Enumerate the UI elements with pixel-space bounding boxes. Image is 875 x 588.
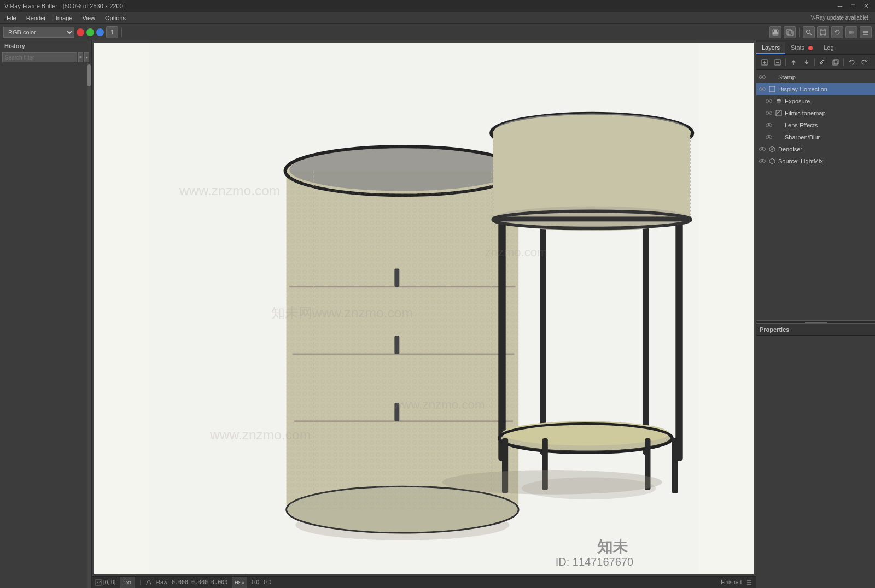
layer-display-correction[interactable]: Display Correction [756,83,875,95]
channel-select[interactable]: RGB color [3,27,74,38]
search-options-btn[interactable]: ▾ [84,52,89,62]
layers-panel-button[interactable] [860,26,872,38]
val2: 0.0 [264,579,271,585]
save-all-button[interactable] [784,26,796,38]
layer-vis-exposure[interactable] [765,97,773,105]
pixel-coords: [0, 0] [103,579,115,585]
svg-rect-49 [672,438,678,493]
minimize-button[interactable]: ─ [836,2,844,10]
color-correct-icon [848,29,855,36]
layer-exposure[interactable]: Exposure [763,95,875,107]
menu-bar: File Render Image View Options V-Ray upd… [0,12,875,24]
layer-source[interactable]: Source: LightMix [756,155,875,167]
duplicate-layer-btn[interactable] [830,57,842,68]
layer-sharpen[interactable]: Sharpen/Blur [763,131,875,143]
close-button[interactable]: ✕ [862,2,871,10]
tab-stats[interactable]: Stats [785,42,818,54]
save-button[interactable] [769,26,781,38]
denoiser-icon [769,146,775,152]
history-panel: History ≡ ▾ [0,40,92,588]
svg-rect-28 [394,336,399,354]
add-layer-btn[interactable] [759,57,771,68]
layer-name-display: Display Correction [778,86,873,92]
reset-button[interactable] [831,26,843,38]
save-all-icon [786,29,794,36]
tab-log[interactable]: Log [818,42,839,54]
eye-icon [759,75,766,79]
svg-line-73 [823,60,824,61]
layer-vis-lens[interactable] [765,121,773,129]
color-correct-button[interactable] [845,26,858,38]
menu-file[interactable]: File [2,14,21,22]
hsv-mode-btn[interactable]: HSV [232,577,247,589]
layer-icon-filmic [775,109,783,117]
menu-view[interactable]: View [78,14,100,22]
layer-denoiser[interactable]: Denoiser [756,143,875,155]
image-icon [95,579,102,586]
menu-render[interactable]: Render [22,14,50,22]
toolbar-right-group [769,26,872,38]
svg-rect-23 [287,171,519,510]
val1: 0.0 [252,579,259,585]
layer-name-lens: Lens Effects [785,122,873,128]
svg-line-80 [778,110,781,113]
layer-vis-sharpen[interactable] [765,133,773,141]
maximize-button[interactable]: □ [849,2,858,10]
blue-channel-indicator[interactable] [96,28,104,36]
pin-button[interactable] [106,26,118,38]
layer-vis-denoiser[interactable] [759,145,766,153]
add-layer-icon [761,59,768,66]
svg-text:www.znzmo.com: www.znzmo.com [179,183,280,198]
undo-btn[interactable] [845,57,858,68]
search-input[interactable] [2,52,77,62]
layer-vis-display[interactable] [759,85,766,93]
redo-btn[interactable] [859,57,871,68]
layer-vis-filmic[interactable] [765,109,773,117]
svg-rect-3 [774,30,777,32]
edit-layer-btn[interactable] [816,57,829,68]
layer-lens[interactable]: Lens Effects [763,119,875,131]
menu-image[interactable]: Image [51,14,77,22]
move-down-btn[interactable] [801,57,813,68]
red-channel-indicator[interactable] [77,28,84,36]
layer-vis-source[interactable] [759,157,766,165]
fit-button[interactable] [817,26,829,38]
tab-layers[interactable]: Layers [756,42,785,54]
filmic-icon [775,110,782,116]
layer-icon-lens [775,121,783,129]
search-submit-btn[interactable]: ≡ [78,52,83,62]
layer-vis-stamp[interactable] [759,73,766,81]
exposure-icon [775,98,782,104]
mode-1x1-btn[interactable]: 1x1 [120,577,135,589]
menu-options[interactable]: Options [101,14,130,22]
history-scrollbar[interactable] [87,63,91,588]
svg-marker-83 [769,158,775,164]
eye-icon [759,147,766,151]
layer-icon-display [768,85,776,93]
layer-name-exposure: Exposure [785,98,873,104]
layer-name-filmic: Filmic tonemap [785,110,873,116]
svg-text:知未网www.znzmo.com: 知未网www.znzmo.com [271,305,413,320]
svg-rect-6 [788,31,793,36]
green-channel-indicator[interactable] [86,28,94,36]
render-image: www.znzmo.com 知未网www.znzmo.com www.znzmo… [94,43,754,574]
move-up-btn[interactable] [788,57,800,68]
move-down-icon [804,59,809,66]
render-canvas[interactable]: www.znzmo.com 知未网www.znzmo.com www.znzmo… [94,43,754,574]
corner-menu-btn[interactable] [746,579,752,586]
layer-filmic[interactable]: Filmic tonemap [763,107,875,119]
layer-name-sharpen: Sharpen/Blur [785,134,873,140]
zoom-button[interactable] [803,26,815,38]
svg-rect-1 [112,32,113,34]
layer-icon-exposure [775,97,783,105]
svg-rect-4 [773,32,778,34]
right-panel-tabs: Layers Stats Log [756,40,875,55]
layer-name-source: Source: LightMix [778,158,873,164]
history-list [0,63,87,588]
properties-header: Properties [756,324,875,336]
layers-icon [862,29,869,36]
remove-layer-btn[interactable] [772,57,784,68]
eye-icon [766,123,772,127]
layer-stamp[interactable]: Stamp [756,71,875,83]
undo-icon [848,59,855,66]
